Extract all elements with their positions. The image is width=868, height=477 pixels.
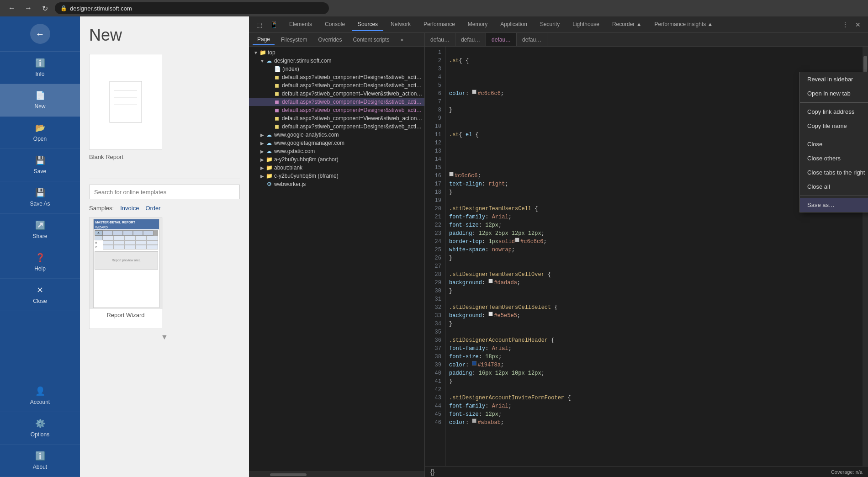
tree-item-index[interactable]: 📄 (index) [249, 65, 424, 73]
save-icon: 💾 [35, 155, 45, 165]
tab-elements[interactable]: Elements [284, 18, 318, 31]
file-tree-body[interactable]: ▼ 📁 top ▼ ☁ designer.stimulsoft.com [249, 47, 424, 472]
editor-tab-1[interactable]: defau… [425, 33, 455, 46]
tree-item-aspx1[interactable]: ◼ default.aspx?stiweb_component=Designer… [249, 73, 424, 81]
code-line: color: #19478a; [449, 361, 859, 369]
blank-report-preview [107, 79, 144, 125]
tree-item-bframe[interactable]: ▶ 📁 c-y2bu0yuhbq8m (bframe) [249, 172, 424, 180]
editor-tab-3[interactable]: defau… [486, 33, 517, 46]
ctx-save-as[interactable]: Save as… [800, 198, 868, 212]
sidebar-item-info[interactable]: ℹ️ Info [0, 52, 80, 84]
sidebar-item-new[interactable]: 📄 New [0, 84, 80, 117]
sidebar-item-close[interactable]: ✕ Close [0, 279, 80, 311]
tree-item-aspx2[interactable]: ◼ default.aspx?stiweb_component=Designer… [249, 81, 424, 90]
code-line: font-family: Arial; [449, 402, 859, 410]
refresh-button[interactable]: ↻ [38, 2, 51, 15]
chevron-down-icon: ▼ [253, 50, 259, 55]
ctx-close-others[interactable]: Close others [800, 151, 868, 165]
address-bar[interactable]: 🔒 designer.stimulsoft.com [55, 2, 329, 14]
chevron-right-icon: ▶ [259, 157, 265, 162]
tree-item-aspx5[interactable]: ◼ default.aspx?stiweb_component=Designer… [249, 106, 424, 114]
subtab-more[interactable]: » [396, 35, 408, 45]
save-as-icon: 💾 [35, 188, 45, 198]
code-line [449, 98, 859, 106]
code-line: .stiDesignerAccountInviteFormFooter { [449, 394, 859, 402]
subtab-page[interactable]: Page [253, 34, 275, 45]
blank-report-card[interactable] [89, 54, 162, 150]
tree-item-js1[interactable]: ◼ default.aspx?stiweb_component=Designer… [249, 122, 424, 131]
sidebar-item-share[interactable]: ↗️ Share [0, 214, 80, 246]
code-editor: defau… defau… defau… defau… 12345678910 … [425, 33, 868, 477]
sidebar-item-open[interactable]: 📂 Open [0, 117, 80, 149]
tree-item-label: www.googletagmanager.com [274, 140, 344, 146]
tree-item-google-analytics[interactable]: ▶ ☁ www.google-analytics.com [249, 131, 424, 139]
sidebar-item-account[interactable]: 👤 Account [0, 380, 80, 412]
back-button[interactable]: ← [5, 2, 18, 15]
tree-item-aspx4[interactable]: ◼ default.aspx?stiweb_component=Designer… [249, 98, 424, 106]
code-line: } [449, 287, 859, 295]
sample-link-order[interactable]: Order [145, 205, 160, 212]
tab-security[interactable]: Security [535, 18, 565, 31]
sidebar-item-help[interactable]: ❓ Help [0, 246, 80, 279]
tree-item-aspx3[interactable]: ◼ default.aspx?stiweb_component=Viewer&s… [249, 90, 424, 98]
ctx-reveal-sidebar[interactable]: Reveal in sidebar [800, 72, 868, 86]
tab-recorder[interactable]: Recorder ▲ [607, 18, 647, 31]
devtools-inspect-icon[interactable]: ⬚ [253, 18, 265, 31]
editor-tab-2[interactable]: defau… [455, 33, 486, 46]
tab-memory[interactable]: Memory [462, 18, 493, 31]
devtools-panel: ⬚ 📱 Elements Console Sources Network Per… [249, 16, 868, 477]
devtools-settings-icon[interactable]: ⋮ [839, 18, 852, 31]
devtools-device-icon[interactable]: 📱 [267, 18, 280, 31]
tab-performance[interactable]: Performance [418, 18, 460, 31]
ctx-open-new-tab[interactable]: Open in new tab [800, 86, 868, 101]
tree-item-gstatic[interactable]: ▶ ☁ www.gstatic.com [249, 147, 424, 155]
code-line: } [449, 188, 859, 196]
search-input[interactable] [89, 185, 240, 199]
code-line: #c6c6c6; [449, 172, 859, 180]
tree-item-domain[interactable]: ▼ ☁ designer.stimulsoft.com [249, 57, 424, 65]
sidebar-item-label-about: About [33, 464, 47, 470]
scrollbar-thumb[interactable] [270, 473, 307, 476]
tree-item-webworker[interactable]: ⚙ webworker.js [249, 180, 424, 188]
wizard-card[interactable]: MASTER-DETAIL REPORT WIZARD A [89, 217, 162, 329]
subtab-filesystem[interactable]: Filesystem [276, 35, 312, 45]
tab-lighthouse[interactable]: Lighthouse [567, 18, 605, 31]
chevron-right-icon: ▶ [259, 149, 265, 154]
tree-item-gtm[interactable]: ▶ ☁ www.googletagmanager.com [249, 139, 424, 147]
forward-button[interactable]: → [22, 2, 35, 15]
ctx-divider-3 [800, 196, 868, 196]
sidebar-item-save-as[interactable]: 💾 Save As [0, 181, 80, 214]
tab-sources[interactable]: Sources [352, 18, 383, 31]
editor-tab-4[interactable]: defau… [517, 33, 547, 46]
back-circle-button[interactable]: ← [30, 24, 50, 44]
sidebar-item-options[interactable]: ⚙️ Options [0, 412, 80, 445]
sample-link-invoice[interactable]: Invoice [120, 205, 139, 212]
tab-console[interactable]: Console [319, 18, 350, 31]
cloud-icon: ☁ [265, 140, 273, 146]
ctx-close-all[interactable]: Close all [800, 180, 868, 194]
options-icon: ⚙️ [35, 419, 45, 429]
statusbar-braces-icon[interactable]: {} [430, 468, 434, 476]
sidebar-item-save[interactable]: 💾 Save [0, 149, 80, 181]
tree-item-aspx6[interactable]: ◼ default.aspx?stiweb_component=Viewer&s… [249, 114, 424, 122]
tree-item-label: webworker.js [274, 181, 306, 187]
tab-perf-insights[interactable]: Performance insights ▲ [649, 18, 719, 31]
devtools-close-icon[interactable]: ✕ [852, 18, 864, 31]
ctx-copy-link[interactable]: Copy link address [800, 105, 868, 119]
tree-item-top[interactable]: ▼ 📁 top [249, 48, 424, 57]
tab-application[interactable]: Application [495, 18, 533, 31]
subtab-content-scripts[interactable]: Content scripts [348, 35, 394, 45]
subtab-overrides[interactable]: Overrides [313, 35, 346, 45]
ctx-close[interactable]: Close [800, 137, 868, 151]
tree-item-anchor[interactable]: ▶ 📁 a-y2bu0yuhbq8m (anchor) [249, 155, 424, 164]
tab-network[interactable]: Network [385, 18, 416, 31]
ctx-close-tabs-right[interactable]: Close tabs to the right [800, 165, 868, 180]
sidebar-item-label-save-as: Save As [30, 201, 50, 207]
ctx-copy-filename[interactable]: Copy file name [800, 119, 868, 133]
file-tree-scrollbar[interactable] [249, 472, 424, 477]
new-page-content: New Blank Report Samples: Invoice Order [80, 16, 249, 477]
file-icon: ◼ [273, 82, 281, 89]
sidebar-item-about[interactable]: ℹ️ About [0, 445, 80, 477]
url-text: designer.stimulsoft.com [70, 5, 132, 12]
tree-item-blank[interactable]: ▶ 📁 about:blank [249, 164, 424, 172]
